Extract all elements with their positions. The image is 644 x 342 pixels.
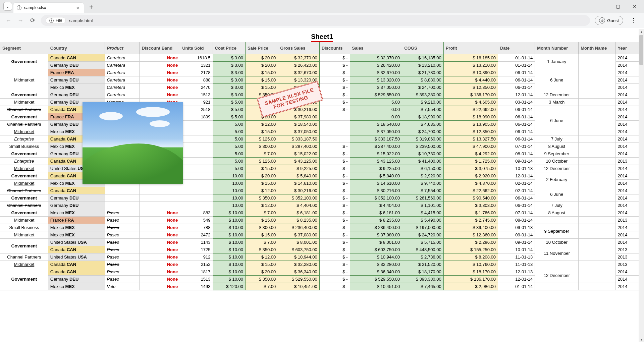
guest-label: Guest xyxy=(607,18,619,23)
reload-button[interactable]: ⟳ xyxy=(29,17,36,24)
new-tab-button[interactable]: + xyxy=(85,3,97,11)
url-text: sample.html xyxy=(69,18,93,23)
file-origin-pill[interactable]: i File xyxy=(46,17,66,24)
globe-icon xyxy=(17,5,21,10)
minimize-button[interactable]: — xyxy=(594,1,608,11)
file-label: File xyxy=(56,18,62,23)
tab-bar: ⌄ sample.xlsx × + — ▢ ✕ xyxy=(0,0,644,13)
browser-chrome: ⌄ sample.xlsx × + — ▢ ✕ ← → ⟳ i File sam… xyxy=(0,0,644,28)
maximize-button[interactable]: ▢ xyxy=(610,1,625,11)
profile-button[interactable]: ☺ Guest xyxy=(595,16,623,25)
browser-toolbar: ← → ⟳ i File sample.html ☺ Guest ⋮ xyxy=(0,13,644,28)
browser-menu-button[interactable]: ⋮ xyxy=(628,17,639,24)
address-bar[interactable]: i File sample.html xyxy=(41,15,590,26)
window-controls: — ▢ ✕ xyxy=(594,1,644,11)
tab-search-button[interactable]: ⌄ xyxy=(3,2,12,11)
forward-button[interactable]: → xyxy=(17,17,24,24)
tab-title: sample.xlsx xyxy=(24,5,72,10)
close-window-button[interactable]: ✕ xyxy=(627,1,642,11)
avatar-icon: ☺ xyxy=(599,17,605,23)
info-icon: i xyxy=(49,18,54,23)
close-tab-icon[interactable]: × xyxy=(75,5,80,11)
browser-tab[interactable]: sample.xlsx × xyxy=(13,3,84,13)
back-button[interactable]: ← xyxy=(5,17,12,24)
